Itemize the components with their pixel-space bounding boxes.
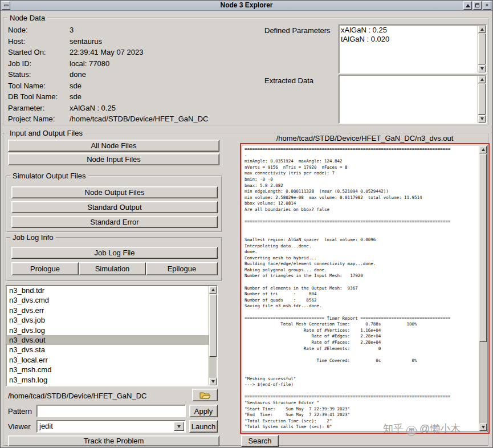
job-log-group: Job Log Info Job Log File Prologue Simul… [6, 237, 222, 282]
field-node-value: 3 [70, 26, 74, 34]
field-status-label: Status: [8, 70, 70, 79]
node-data-group: Node Data Node:3 Host:sentaurus Started … [3, 18, 489, 126]
standard-error-button[interactable]: Standard Error [11, 216, 218, 228]
window-title: Node 3 Explorer [0, 1, 493, 9]
watermark: 知乎 里 @懒小木 [383, 422, 461, 436]
field-db-tool-name-value: sde [70, 92, 82, 101]
field-project-name: Project Name:/home/tcad/STDB/Device/HFET… [8, 113, 208, 124]
maximize-button[interactable] [473, 1, 482, 10]
output-viewer: ========================================… [242, 145, 488, 432]
scroll-thumb[interactable] [209, 294, 217, 357]
list-item-selected[interactable]: n3_dvs.out [6, 335, 209, 345]
chevron-down-icon [177, 425, 181, 428]
list-item[interactable]: n3_bnd.tdr [6, 286, 209, 295]
list-item[interactable]: n3_msh.cmd [6, 365, 209, 374]
scroll-thumb[interactable] [478, 34, 486, 64]
field-started-on: Started On:22:39:41 May 07 2023 [8, 47, 143, 58]
scroll-up-icon[interactable] [478, 76, 486, 83]
shade-icon [466, 4, 470, 7]
field-parameter-value: xAlGaN : 0.25 [70, 104, 116, 112]
list-item[interactable]: n3_local.err [6, 355, 209, 365]
scroll-up-icon[interactable] [479, 146, 487, 153]
pattern-label: Pattern [8, 407, 32, 416]
viewer-combobox[interactable]: jedit [36, 420, 186, 433]
io-files-group-title: Input and Output Files [7, 129, 85, 137]
field-status-value: done [70, 70, 86, 79]
scroll-up-icon[interactable] [478, 26, 486, 33]
simulator-output-group: Simulator Output Files Node Output Files… [6, 176, 222, 233]
field-tool-name-label: Tool Name: [8, 82, 70, 90]
list-item[interactable]: n3_msh.log [6, 375, 209, 385]
output-viewer-highlight: ========================================… [240, 143, 490, 434]
field-status: Status:done [8, 69, 86, 80]
scroll-thumb[interactable] [478, 84, 486, 115]
standard-output-button[interactable]: Standard Output [11, 201, 218, 213]
search-button[interactable]: Search [241, 435, 279, 447]
node-file-list: n3_bnd.tdr n3_dvs.cmd n3_dvs.err n3_dvs.… [6, 285, 218, 386]
extracted-data-box [339, 75, 487, 124]
extracted-data-scrollbar[interactable] [478, 76, 486, 123]
launch-button[interactable]: Launch [189, 420, 218, 433]
epilogue-button[interactable]: Epilogue [146, 262, 218, 275]
field-host-label: Host: [8, 37, 70, 46]
title-bar[interactable]: Node 3 Explorer × [0, 0, 493, 11]
list-item[interactable]: n3_dvs.err [6, 306, 209, 315]
scroll-down-icon[interactable] [479, 423, 487, 431]
scroll-thumb[interactable] [479, 154, 487, 342]
maximize-icon [475, 3, 479, 7]
watermark-logo: 知乎 [383, 423, 404, 434]
field-started-on-label: Started On: [8, 48, 70, 56]
scroll-down-icon[interactable] [478, 65, 486, 72]
field-tool-name: Tool Name:sde [8, 80, 82, 91]
prologue-button[interactable]: Prologue [11, 262, 79, 275]
apply-button[interactable]: Apply [189, 405, 218, 417]
field-started-on-value: 22:39:41 May 07 2023 [70, 48, 143, 56]
close-button[interactable]: × [483, 1, 491, 10]
viewer-value: jedit [39, 422, 53, 430]
node-output-files-button[interactable]: Node Output Files [11, 186, 218, 198]
viewer-dropdown-button[interactable] [174, 422, 184, 431]
scroll-up-icon[interactable] [209, 286, 217, 294]
scroll-down-icon[interactable] [478, 115, 486, 123]
defined-parameters-box: xAlGaN : 0.25 tAlGaN : 0.020 [339, 25, 487, 74]
list-item[interactable]: n3_dvs.job [6, 315, 209, 325]
output-scrollbar[interactable] [479, 146, 487, 431]
track-the-problem-button[interactable]: Track the Problem [8, 435, 219, 446]
node-input-files-button[interactable]: Node Input Files [8, 153, 219, 165]
io-files-group: Input and Output Files All Node Files No… [3, 133, 489, 446]
field-node: Node:3 [8, 25, 74, 35]
field-job-id-value: local: 77080 [70, 59, 109, 68]
watermark-handle: @懒小木 [419, 423, 461, 434]
output-file-header: /home/tcad/STDB/Device/HFET_GaN_DC/n3_dv… [239, 134, 490, 142]
field-host: Host:sentaurus [8, 36, 102, 47]
open-folder-button[interactable] [192, 389, 218, 401]
list-item[interactable]: n3_dvs.log [6, 325, 209, 335]
defined-parameters-label: Defined Parameters [264, 26, 331, 35]
current-path-text: /home/tcad/STDB/Device/HFET_GaN_DC [8, 392, 146, 400]
file-list-scrollbar[interactable] [209, 286, 217, 385]
field-job-id-label: Job ID: [8, 59, 70, 68]
field-tool-name-value: sde [70, 82, 82, 90]
simulator-output-group-title: Simulator Output Files [10, 172, 88, 180]
scroll-down-icon[interactable] [209, 378, 217, 385]
list-item[interactable]: n3_dvs.cmd [6, 295, 209, 305]
close-icon: × [486, 3, 488, 8]
node-data-group-title: Node Data [7, 14, 47, 22]
field-host-value: sentaurus [70, 37, 102, 46]
shade-button[interactable] [463, 1, 472, 10]
defined-parameters-scrollbar[interactable] [478, 26, 486, 72]
viewer-label: Viewer [8, 422, 31, 431]
job-log-file-button[interactable]: Job Log File [11, 247, 218, 259]
defined-parameters-text: xAlGaN : 0.25 tAlGaN : 0.020 [341, 26, 477, 44]
field-job-id: Job ID:local: 77080 [8, 58, 109, 69]
all-node-files-button[interactable]: All Node Files [8, 140, 219, 152]
job-log-group-title: Job Log Info [10, 233, 56, 242]
pattern-input[interactable] [36, 405, 186, 417]
open-folder-icon [199, 391, 211, 399]
output-log-text: ========================================… [245, 146, 478, 430]
watermark-circle-icon: 里 [406, 426, 417, 436]
field-parameter: Parameter:xAlGaN : 0.25 [8, 103, 116, 113]
field-parameter-label: Parameter: [8, 104, 70, 112]
simulation-button[interactable]: Simulation [79, 262, 146, 275]
list-item[interactable]: n3_dvs.sta [6, 345, 209, 355]
